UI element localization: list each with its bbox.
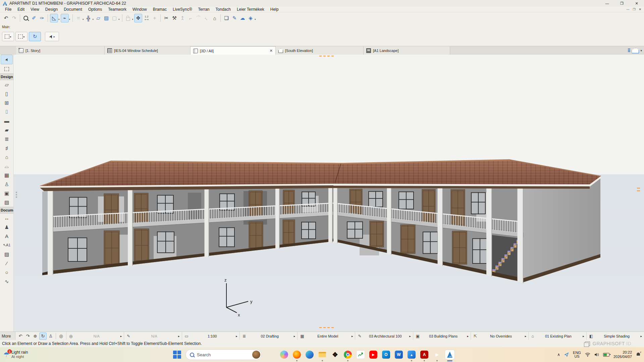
tool-figure[interactable]: ♟ (1, 223, 13, 232)
search-highlight-image[interactable] (252, 351, 260, 359)
menu-options[interactable]: Options (85, 7, 105, 12)
guide-lines-dropdown[interactable]: ▾ (58, 18, 60, 21)
arrow-cursor-button[interactable]: ➤▸ (45, 32, 59, 41)
suspend-groups-dropdown[interactable]: ▾ (132, 18, 133, 21)
menu-document[interactable]: Document (61, 7, 85, 12)
start-button[interactable] (173, 350, 181, 359)
taskbar-app-task-view[interactable] (265, 347, 278, 362)
clock[interactable]: 20:222026/04/07 (613, 350, 632, 359)
taskbar-app-youtube[interactable]: ▶ (367, 347, 380, 362)
tool-line[interactable]: ∕ (1, 259, 13, 268)
tool-mesh[interactable]: ▨ (1, 198, 13, 207)
taskbar-app-outlook[interactable]: O (380, 347, 392, 362)
toolbox-section-design[interactable]: Design (0, 73, 13, 80)
weather-widget[interactable]: ☂1 Light rain At night (0, 350, 70, 359)
chevron-right-icon[interactable]: ▸ (465, 335, 471, 338)
doc-close-button[interactable]: ✕ (639, 8, 641, 11)
marquee-select-button[interactable]: ▸ (15, 32, 28, 41)
menu-livesync-[interactable]: LiveSync® (170, 7, 195, 12)
chevron-right-icon[interactable]: ▸ (407, 335, 413, 338)
zoom-to-selection-icon[interactable] (22, 14, 30, 22)
pane-drag-handle[interactable] (16, 192, 17, 198)
tool-polyline[interactable]: ∿ (1, 277, 13, 286)
trace-reference-icon[interactable]: ▢ (111, 14, 118, 22)
elevate-icon[interactable]: ↥ (179, 14, 186, 22)
taskbar-app-chrome[interactable] (341, 347, 354, 362)
tool-curtain-wall[interactable]: ▦ (1, 171, 13, 180)
quick-option-03-architectural-100[interactable]: ✎03 Architectural 100▸ (355, 332, 413, 340)
menu-file[interactable]: File (2, 7, 14, 12)
taskbar-app-copilot[interactable] (278, 347, 290, 362)
tab-south-elevation[interactable]: [South Elevation] (276, 46, 364, 55)
tab-1-story[interactable]: [1. Story] (16, 46, 105, 55)
tool-zone[interactable]: ▣ (1, 189, 13, 198)
quick-option-simple-shading[interactable]: ◧Simple Shading▸ (586, 332, 644, 340)
menu-edit[interactable]: Edit (14, 7, 28, 12)
location-icon[interactable] (564, 352, 569, 357)
view-forward-button[interactable]: ↷ (24, 333, 31, 340)
tool-circle[interactable]: ○ (1, 268, 13, 277)
maximize-button[interactable]: ❐ (614, 0, 629, 7)
tool-marquee[interactable] (1, 64, 13, 73)
taskbar-app-firefox[interactable] (290, 347, 303, 362)
tool-dimension[interactable]: ↔ (1, 214, 13, 223)
orbit-button[interactable]: ↻ (39, 333, 47, 340)
quick-option-02-drafting[interactable]: ≣02 Drafting▸ (239, 332, 297, 340)
3d-viewport[interactable]: z y x (14, 55, 644, 331)
fillet-icon[interactable]: ⌒ (195, 14, 202, 22)
taskbar-app-photos[interactable]: ▲ (405, 347, 418, 362)
tool-label[interactable]: ↖A1 (1, 241, 13, 250)
chevron-right-icon[interactable]: ▸ (292, 335, 298, 338)
zoom-selection-button[interactable]: ◎ (58, 333, 64, 340)
taskbar-app-word[interactable]: W (392, 347, 405, 362)
editing-plane-icon[interactable]: ▱ (95, 14, 102, 22)
taskbar-app-archicad[interactable] (443, 347, 456, 362)
tool-window[interactable]: ⊞ (1, 98, 13, 107)
roof-home-icon[interactable]: ⌂ (211, 14, 218, 22)
quick-option-03-building-plans[interactable]: ▣03 Building Plans▸ (413, 332, 471, 340)
tool-door[interactable]: ▯ (1, 89, 13, 98)
chevron-right-icon[interactable]: ▸ (350, 335, 355, 338)
menu-window[interactable]: Window (129, 7, 150, 12)
resize-icon[interactable]: ↔ (203, 14, 210, 22)
tool-shell[interactable]: ⌓ (1, 162, 13, 171)
snap-guides-dropdown[interactable]: ▾ (69, 18, 70, 21)
doc-minimize-button[interactable]: — (626, 8, 629, 11)
search-box[interactable]: Search (185, 349, 262, 360)
stretch-icon[interactable]: ⌖ (151, 14, 158, 22)
tab-a1-landscape[interactable]: [A1 Landscape] (364, 46, 450, 55)
view-settings-dropdown[interactable]: ▾ (255, 18, 256, 21)
marquee-drag-button[interactable]: ▸ (2, 32, 14, 41)
tool-wall[interactable]: ▱ (1, 80, 13, 89)
snap-points-dropdown[interactable]: ▾ (93, 18, 94, 21)
pop-up-navigator-list-icon[interactable] (628, 49, 630, 53)
tray-chevron-icon[interactable]: ∧ (557, 352, 560, 357)
guide-lines-icon[interactable]: ◺ (50, 14, 58, 22)
tab-ies-04-window-schedule[interactable]: [IES-04 Window Schedule] (105, 46, 191, 55)
tab-3d-all[interactable]: [3D / All]✕ (191, 46, 276, 55)
chevron-right-icon[interactable]: ▸ (234, 335, 239, 338)
edit-selection-icon[interactable]: ❏ (223, 14, 230, 22)
virtual-trace-icon[interactable]: ▨ (103, 14, 110, 22)
split-icon[interactable]: ✂ (163, 14, 170, 22)
tool-object[interactable]: ♙ (1, 180, 13, 189)
pick-up-parameters-icon[interactable]: ✐ (30, 14, 38, 22)
menu-design[interactable]: Design (42, 7, 61, 12)
drag-icon[interactable]: ✥ (134, 14, 142, 22)
bimcloud-icon[interactable]: ☁ (239, 14, 246, 22)
chevron-right-icon[interactable]: ▸ (638, 335, 644, 338)
menu-view[interactable]: View (28, 7, 42, 12)
snap-guides-icon[interactable]: ⌁ (61, 14, 69, 22)
explore-walk-button[interactable]: ♙ (47, 333, 54, 340)
taskbar-app-edge[interactable] (303, 347, 316, 362)
quick-option-no-overrides[interactable]: ⇱No Overrides▸ (471, 332, 528, 340)
graphisoft-id-icon[interactable] (585, 342, 590, 346)
tool-stair[interactable]: ≣ (1, 134, 13, 143)
tabbar-dropdown-icon[interactable]: ▾ (640, 49, 642, 52)
tool-text[interactable]: A (1, 232, 13, 241)
volume-icon[interactable] (594, 353, 599, 357)
coordinates-icon[interactable]: ⌗ (75, 14, 82, 22)
quick-option-n-a[interactable]: ✎N/A▸ (124, 332, 181, 340)
close-button[interactable]: ✕ (629, 0, 644, 7)
tool-slab[interactable]: ▰ (1, 125, 13, 134)
